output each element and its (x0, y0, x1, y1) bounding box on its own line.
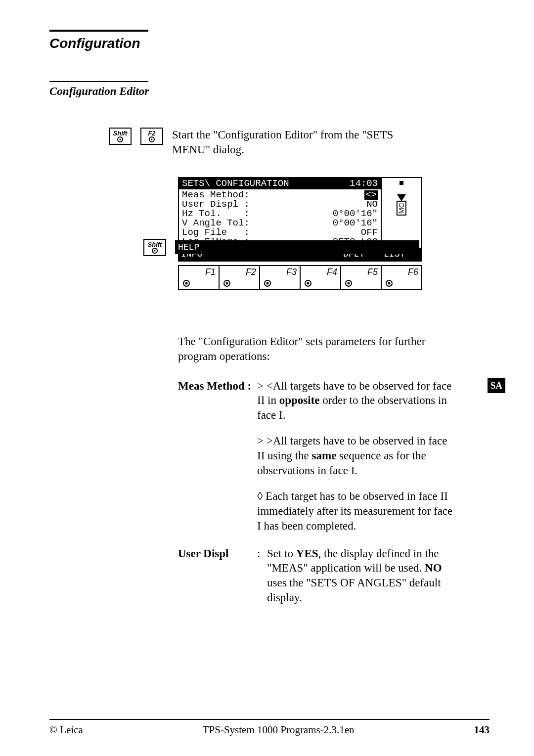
row-label: Log File : (182, 228, 250, 237)
f2-key-icon: F2 (140, 128, 163, 145)
mc-badge: MC (397, 201, 406, 216)
shift-key-label: Shift (148, 241, 162, 248)
square-icon (400, 181, 403, 185)
fkey-label: F3 (286, 267, 297, 277)
def-meas-label: Meas Method (178, 380, 245, 392)
row-value-selected[interactable]: <> (364, 190, 378, 200)
key-dot-icon (117, 136, 123, 142)
fkey-label: F6 (408, 267, 418, 277)
row-label: V Angle Tol: (182, 219, 250, 228)
screen-title: SETS\ CONFIGURATION (182, 179, 289, 188)
fkey-dot-icon (345, 280, 352, 287)
hardware-fkey-row: F1 F2 F3 F4 F5 F6 (178, 265, 422, 290)
def-colon: : (257, 546, 267, 606)
screen-sidecolumn (381, 178, 421, 189)
def-meas-p2: > >All targets have to be observed in fa… (257, 434, 455, 478)
def-colon: : (248, 380, 252, 392)
subsection-title: Configuration Editor (49, 85, 490, 98)
softkey-blank (338, 241, 379, 253)
fkey-dot-icon (305, 280, 312, 287)
screen-sidecolumn: MC (381, 189, 421, 248)
def-user-label: User Displ (178, 546, 257, 606)
section-title: Configuration (49, 36, 490, 51)
row-value: 0°00'16" (333, 219, 378, 228)
key-dot-icon (149, 136, 155, 142)
shift-key-icon: Shift (109, 128, 132, 145)
softkey-blank (298, 241, 338, 253)
def-meas-p3: ◊ Each target has to be observed in face… (257, 489, 455, 534)
row-value: OFF (361, 228, 378, 237)
shift-key-label: Shift (113, 130, 128, 137)
fkey-f1[interactable]: F1 (179, 266, 220, 289)
footer-pagenumber: 143 (474, 724, 490, 736)
footer-copyright: © Leica (49, 724, 83, 736)
page-footer: © Leica TPS-System 1000 Programs-2.3.1en… (49, 719, 490, 736)
shift-key-icon: Shift (143, 239, 166, 256)
fkey-f5[interactable]: F5 (341, 266, 382, 289)
def-user-p1: Set to YES, the display defined in the "… (267, 546, 455, 606)
screen-time: 14:03 (350, 179, 378, 188)
section-rule (49, 30, 148, 32)
row-value: 0°00'16" (333, 209, 378, 219)
softkey-blank (257, 241, 298, 253)
key-dot-icon (152, 248, 158, 254)
f2-key-label: F2 (148, 130, 155, 137)
subsection-rule (49, 81, 148, 82)
fkey-label: F2 (246, 267, 256, 277)
softkey-blank (217, 241, 257, 253)
fkey-f4[interactable]: F4 (301, 266, 341, 289)
fkey-label: F5 (367, 267, 378, 277)
definition-list: Meas Method : > <All targets have to be … (178, 379, 455, 606)
screen-body: Meas Method:<> User Displ :NO Hz Tol. :0… (179, 189, 381, 248)
side-tab-sa: SA (488, 378, 505, 393)
row-label: Meas Method: (182, 190, 250, 200)
fkey-label: F1 (205, 267, 216, 277)
softkey-help[interactable]: HELP (176, 241, 217, 253)
footer-docid: TPS-System 1000 Programs-2.3.1en (203, 724, 355, 736)
fkey-f2[interactable]: F2 (220, 266, 260, 289)
fkey-dot-icon (223, 280, 230, 287)
fkey-f6[interactable]: F6 (382, 266, 421, 289)
fkey-label: F4 (327, 267, 337, 277)
fkey-dot-icon (386, 280, 393, 287)
row-value: NO (366, 200, 378, 209)
body-paragraph: The "Configuration Editor" sets paramete… (178, 334, 435, 364)
row-label: User Displ : (182, 200, 250, 209)
fkey-dot-icon (183, 280, 190, 287)
screen-titlebar: SETS\ CONFIGURATION 14:03 (179, 178, 381, 189)
triangle-down-icon (397, 194, 406, 201)
intro-paragraph: Start the "Configuration Editor" from th… (172, 128, 429, 157)
def-meas-p1: > <All targets have to be observed for f… (257, 379, 455, 423)
fkey-dot-icon (264, 280, 271, 287)
row-label: Hz Tol. : (182, 209, 250, 219)
fkey-f3[interactable]: F3 (260, 266, 301, 289)
